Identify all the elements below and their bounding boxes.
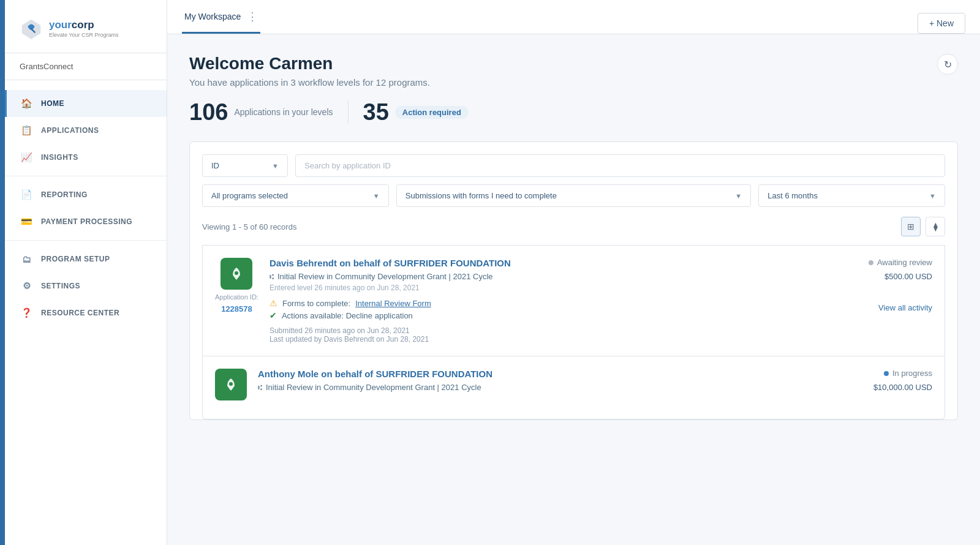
svg-point-1	[229, 382, 233, 386]
sidebar-item-resource-label: RESOURCE CENTER	[41, 309, 119, 317]
forms-link-1[interactable]: Internal Review Form	[355, 299, 431, 308]
sidebar-item-insights-label: INSIGHTS	[41, 153, 78, 162]
status-badge-2: In progress	[884, 369, 932, 378]
app-avatar-block: Application ID: 1228578	[215, 258, 258, 314]
ok-icon-1: ✔	[270, 310, 277, 320]
warning-icon-1: ⚠	[270, 298, 277, 308]
results-count: Viewing 1 - 5 of 60 records	[202, 222, 296, 231]
avatar-icon-2	[222, 376, 239, 393]
filter-search-input[interactable]: Search by application ID	[295, 154, 945, 177]
avatar-icon	[228, 265, 245, 282]
sidebar-item-resource-center[interactable]: ❓ RESOURCE CENTER	[5, 299, 167, 326]
sidebar-divider-1	[5, 176, 167, 176]
app-footer-1: Submitted 26 minutes ago on Jun 28, 2021…	[270, 326, 823, 344]
tab-workspace-label: My Workspace	[184, 12, 241, 21]
app-amount-1: $500.00 USD	[884, 272, 932, 281]
program-setup-icon: 🗂	[21, 254, 32, 265]
action-required-badge: Action required	[395, 106, 469, 119]
filter-id-chevron: ▼	[272, 162, 279, 170]
sidebar-item-program-label: PROGRAM SETUP	[41, 255, 110, 263]
sidebar-nav: 🏠 HOME 📋 APPLICATIONS 📈 INSIGHTS 📄 REPOR…	[5, 80, 167, 545]
app-entered-1: Entered level 26 minutes ago on Jun 28, …	[270, 284, 823, 292]
filter-programs-chevron: ▼	[373, 192, 380, 200]
tab-options-icon[interactable]: ⋮	[247, 10, 258, 23]
main-area: My Workspace ⋮ + New Welcome Carmen ↻ Yo…	[167, 0, 980, 545]
sidebar-item-applications-label: APPLICATIONS	[41, 126, 99, 135]
sidebar-item-program-setup[interactable]: 🗂 PROGRAM SETUP	[5, 246, 167, 272]
table-row: Anthony Mole on behalf of SURFRIDER FOUN…	[202, 356, 945, 419]
status-dot-1	[869, 260, 873, 265]
app-name-1[interactable]: Davis Behrendt on behalf of SURFRIDER FO…	[270, 258, 823, 268]
filter-search-placeholder: Search by application ID	[304, 161, 391, 170]
stat-applications: 106 Applications in your levels	[189, 100, 333, 124]
app-id-label-1: Application ID:	[215, 293, 258, 301]
actions-label-1: Actions available: Decline application	[282, 311, 413, 320]
applications-count: 106	[189, 100, 228, 124]
sidebar-logo: yourcorp Elevate Your CSR Programs	[5, 0, 167, 53]
tab-workspace[interactable]: My Workspace ⋮	[182, 1, 260, 34]
tab-bar-right: + New	[918, 13, 965, 34]
sidebar-item-applications[interactable]: 📋 APPLICATIONS	[5, 117, 167, 144]
app-level-text-1: Initial Review in Community Development …	[277, 272, 493, 281]
app-id-value-1[interactable]: 1228578	[221, 304, 252, 314]
status-dot-2	[884, 371, 889, 376]
app-main-2: Anthony Mole on behalf of SURFRIDER FOUN…	[258, 369, 823, 394]
app-right-2: In progress $10,000.00 USD	[834, 369, 932, 392]
app-name-2[interactable]: Anthony Mole on behalf of SURFRIDER FOUN…	[258, 369, 823, 379]
logo-icon	[20, 17, 43, 40]
stat-action-required: 35 Action required	[363, 100, 469, 124]
app-level-text-2: Initial Review in Community Development …	[266, 383, 481, 392]
app-main-1: Davis Behrendt on behalf of SURFRIDER FO…	[270, 258, 823, 344]
status-label-2: In progress	[892, 369, 932, 378]
level-icon-1: ⑆	[270, 272, 274, 281]
view-activity-1[interactable]: View all activity	[878, 286, 932, 312]
logo-text: yourcorp Elevate Your CSR Programs	[49, 20, 119, 38]
filter-id-dropdown[interactable]: ID ▼	[202, 154, 288, 177]
new-button[interactable]: + New	[918, 13, 965, 34]
welcome-title: Welcome Carmen	[189, 54, 333, 73]
sidebar: yourcorp Elevate Your CSR Programs Grant…	[5, 0, 167, 545]
sidebar-item-payment-label: PAYMENT PROCESSING	[41, 217, 132, 226]
app-submitted-1: Submitted 26 minutes ago on Jun 28, 2021	[270, 326, 823, 335]
status-badge-1: Awaiting review	[869, 258, 932, 267]
grid-view-button[interactable]: ⊞	[901, 217, 921, 236]
status-label-1: Awaiting review	[877, 258, 932, 267]
app-avatar-block-2	[215, 369, 247, 400]
sidebar-item-home[interactable]: 🏠 HOME	[5, 90, 167, 117]
refresh-button[interactable]: ↻	[937, 54, 958, 75]
filter-row-2: All programs selected ▼ Submissions with…	[202, 184, 945, 207]
app-updated-1: Last updated by Davis Behrendt on Jun 28…	[270, 335, 823, 344]
org-name: GrantsConnect	[5, 53, 167, 80]
sidebar-item-payment-processing[interactable]: 💳 PAYMENT PROCESSING	[5, 208, 167, 235]
tagline: Elevate Your CSR Programs	[49, 32, 119, 38]
sidebar-item-settings-label: SETTINGS	[41, 282, 80, 290]
forms-action-1: ⚠ Forms to complete: Internal Review For…	[270, 298, 823, 308]
sidebar-item-reporting[interactable]: 📄 REPORTING	[5, 181, 167, 208]
filter-programs-dropdown[interactable]: All programs selected ▼	[202, 184, 389, 207]
forms-label-1: Forms to complete:	[282, 299, 350, 308]
results-row: Viewing 1 - 5 of 60 records ⊞ ⧫	[202, 217, 945, 245]
level-icon-2: ⑆	[258, 383, 262, 392]
settings-icon: ⚙	[21, 280, 32, 291]
action-required-count: 35	[363, 100, 389, 124]
payment-icon: 💳	[21, 216, 32, 227]
page-content: Welcome Carmen ↻ You have applications i…	[167, 34, 980, 545]
tab-bar: My Workspace ⋮ + New	[167, 0, 980, 34]
view-controls: ⊞ ⧫	[901, 217, 945, 236]
filter-submissions-dropdown[interactable]: Submissions with forms I need to complet…	[396, 184, 752, 207]
filter-button[interactable]: ⧫	[925, 217, 945, 236]
sidebar-item-settings[interactable]: ⚙ SETTINGS	[5, 272, 167, 299]
applications-icon: 📋	[21, 125, 32, 136]
filter-time-dropdown[interactable]: Last 6 months ▼	[758, 184, 945, 207]
sidebar-divider-2	[5, 240, 167, 241]
filter-submissions-chevron: ▼	[735, 192, 742, 200]
filter-time-label: Last 6 months	[767, 191, 818, 200]
filter-time-chevron: ▼	[929, 192, 936, 200]
welcome-header: Welcome Carmen ↻	[189, 54, 958, 75]
app-right-1: Awaiting review $500.00 USD View all act…	[834, 258, 932, 312]
sidebar-accent	[0, 0, 5, 545]
sidebar-item-insights[interactable]: 📈 INSIGHTS	[5, 144, 167, 171]
resource-center-icon: ❓	[21, 307, 32, 318]
welcome-subtitle: You have applications in 3 workflow leve…	[189, 77, 958, 88]
filter-programs-label: All programs selected	[211, 191, 288, 200]
